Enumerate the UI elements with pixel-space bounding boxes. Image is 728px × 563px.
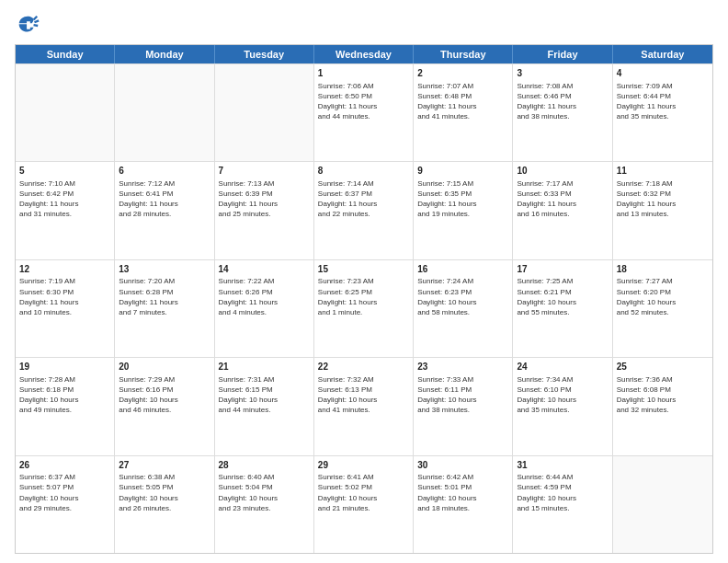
cell-info: Sunrise: 7:25 AMSunset: 6:21 PMDaylight:…	[517, 276, 608, 317]
calendar-cell	[16, 64, 115, 161]
calendar-cell: 7Sunrise: 7:13 AMSunset: 6:39 PMDaylight…	[215, 162, 314, 259]
calendar-cell: 26Sunrise: 6:37 AMSunset: 5:07 PMDayligh…	[16, 456, 115, 553]
calendar-cell: 31Sunrise: 6:44 AMSunset: 4:59 PMDayligh…	[513, 456, 612, 553]
calendar-cell: 9Sunrise: 7:15 AMSunset: 6:35 PMDaylight…	[414, 162, 513, 259]
day-number: 21	[219, 361, 310, 373]
cell-info: Sunrise: 7:13 AMSunset: 6:39 PMDaylight:…	[219, 178, 310, 220]
day-number: 20	[119, 361, 210, 373]
calendar-cell: 3Sunrise: 7:08 AMSunset: 6:46 PMDaylight…	[513, 64, 612, 161]
calendar-cell: 4Sunrise: 7:09 AMSunset: 6:44 PMDaylight…	[613, 64, 712, 161]
calendar-cell: 28Sunrise: 6:40 AMSunset: 5:04 PMDayligh…	[215, 456, 314, 553]
cell-info: Sunrise: 7:14 AMSunset: 6:37 PMDaylight:…	[318, 178, 409, 220]
cell-info: Sunrise: 7:36 AMSunset: 6:08 PMDaylight:…	[617, 374, 709, 416]
calendar-cell: 21Sunrise: 7:31 AMSunset: 6:15 PMDayligh…	[215, 358, 314, 454]
day-number: 7	[219, 165, 310, 178]
day-number: 2	[417, 67, 508, 80]
calendar-row-3: 12Sunrise: 7:19 AMSunset: 6:30 PMDayligh…	[16, 259, 712, 357]
cell-info: Sunrise: 6:40 AMSunset: 5:04 PMDaylight:…	[219, 472, 310, 513]
cell-info: Sunrise: 7:24 AMSunset: 6:23 PMDaylight:…	[417, 276, 508, 317]
cell-info: Sunrise: 7:08 AMSunset: 6:46 PMDaylight:…	[517, 81, 608, 122]
calendar-cell: 8Sunrise: 7:14 AMSunset: 6:37 PMDaylight…	[314, 162, 414, 259]
day-number: 18	[617, 263, 709, 276]
calendar-cell: 22Sunrise: 7:32 AMSunset: 6:13 PMDayligh…	[314, 358, 414, 454]
day-number: 23	[417, 361, 508, 373]
cell-info: Sunrise: 6:44 AMSunset: 4:59 PMDaylight:…	[517, 472, 608, 513]
day-number: 3	[517, 67, 608, 80]
cell-info: Sunrise: 7:07 AMSunset: 6:48 PMDaylight:…	[417, 81, 508, 122]
calendar-cell: 16Sunrise: 7:24 AMSunset: 6:23 PMDayligh…	[414, 260, 513, 357]
cell-info: Sunrise: 7:12 AMSunset: 6:41 PMDaylight:…	[119, 178, 210, 220]
day-number: 25	[617, 361, 709, 373]
calendar-body: 1Sunrise: 7:06 AMSunset: 6:50 PMDaylight…	[16, 63, 712, 553]
calendar-cell: 23Sunrise: 7:33 AMSunset: 6:11 PMDayligh…	[414, 358, 513, 454]
day-number: 27	[119, 459, 210, 472]
cell-info: Sunrise: 7:19 AMSunset: 6:30 PMDaylight:…	[19, 276, 110, 317]
day-number: 28	[219, 459, 310, 472]
calendar-row-4: 19Sunrise: 7:28 AMSunset: 6:18 PMDayligh…	[16, 357, 712, 454]
day-number: 22	[318, 361, 409, 373]
day-number: 15	[318, 263, 409, 276]
day-number: 24	[517, 361, 608, 373]
cell-info: Sunrise: 7:17 AMSunset: 6:33 PMDaylight:…	[517, 178, 608, 220]
cell-info: Sunrise: 7:29 AMSunset: 6:16 PMDaylight:…	[119, 374, 210, 416]
day-number: 10	[517, 165, 608, 178]
header-day-monday: Monday	[115, 45, 214, 63]
header-day-thursday: Thursday	[414, 45, 513, 63]
calendar-cell: 10Sunrise: 7:17 AMSunset: 6:33 PMDayligh…	[513, 162, 612, 259]
cell-info: Sunrise: 7:09 AMSunset: 6:44 PMDaylight:…	[617, 81, 709, 122]
calendar-cell: 20Sunrise: 7:29 AMSunset: 6:16 PMDayligh…	[115, 358, 214, 454]
cell-info: Sunrise: 7:33 AMSunset: 6:11 PMDaylight:…	[417, 374, 508, 416]
day-number: 4	[617, 67, 709, 80]
day-number: 16	[417, 263, 508, 276]
calendar-cell: 1Sunrise: 7:06 AMSunset: 6:50 PMDaylight…	[314, 64, 414, 161]
cell-info: Sunrise: 7:06 AMSunset: 6:50 PMDaylight:…	[318, 81, 409, 122]
cell-info: Sunrise: 6:42 AMSunset: 5:01 PMDaylight:…	[417, 472, 508, 513]
calendar-cell: 19Sunrise: 7:28 AMSunset: 6:18 PMDayligh…	[16, 358, 115, 454]
calendar-cell: 29Sunrise: 6:41 AMSunset: 5:02 PMDayligh…	[314, 456, 414, 553]
header-day-friday: Friday	[513, 45, 612, 63]
calendar-row-2: 5Sunrise: 7:10 AMSunset: 6:42 PMDaylight…	[16, 161, 712, 259]
cell-info: Sunrise: 7:31 AMSunset: 6:15 PMDaylight:…	[219, 374, 310, 416]
header-day-wednesday: Wednesday	[314, 45, 414, 63]
calendar-cell: 11Sunrise: 7:18 AMSunset: 6:32 PMDayligh…	[613, 162, 712, 259]
calendar-cell: 2Sunrise: 7:07 AMSunset: 6:48 PMDaylight…	[414, 64, 513, 161]
logo-icon	[15, 13, 40, 39]
header-day-saturday: Saturday	[613, 45, 712, 63]
cell-info: Sunrise: 7:23 AMSunset: 6:25 PMDaylight:…	[318, 276, 409, 317]
day-number: 11	[617, 165, 709, 178]
day-number: 31	[517, 459, 608, 472]
day-number: 8	[318, 165, 409, 178]
calendar-cell: 30Sunrise: 6:42 AMSunset: 5:01 PMDayligh…	[414, 456, 513, 553]
cell-info: Sunrise: 7:10 AMSunset: 6:42 PMDaylight:…	[19, 178, 110, 220]
day-number: 5	[19, 165, 110, 178]
cell-info: Sunrise: 7:32 AMSunset: 6:13 PMDaylight:…	[318, 374, 409, 416]
day-number: 29	[318, 459, 409, 472]
day-number: 1	[318, 67, 409, 80]
cell-info: Sunrise: 6:37 AMSunset: 5:07 PMDaylight:…	[19, 472, 110, 513]
day-number: 12	[19, 263, 110, 276]
calendar-cell: 6Sunrise: 7:12 AMSunset: 6:41 PMDaylight…	[115, 162, 214, 259]
cell-info: Sunrise: 7:18 AMSunset: 6:32 PMDaylight:…	[617, 178, 709, 220]
calendar-cell: 13Sunrise: 7:20 AMSunset: 6:28 PMDayligh…	[115, 260, 214, 357]
day-number: 14	[219, 263, 310, 276]
calendar-cell: 15Sunrise: 7:23 AMSunset: 6:25 PMDayligh…	[314, 260, 414, 357]
day-number: 26	[19, 459, 110, 472]
cell-info: Sunrise: 6:41 AMSunset: 5:02 PMDaylight:…	[318, 472, 409, 513]
calendar-cell: 17Sunrise: 7:25 AMSunset: 6:21 PMDayligh…	[513, 260, 612, 357]
calendar-row-5: 26Sunrise: 6:37 AMSunset: 5:07 PMDayligh…	[16, 455, 712, 553]
calendar-cell: 18Sunrise: 7:27 AMSunset: 6:20 PMDayligh…	[613, 260, 712, 357]
calendar-header: SundayMondayTuesdayWednesdayThursdayFrid…	[16, 45, 712, 63]
calendar-page: SundayMondayTuesdayWednesdayThursdayFrid…	[0, 0, 728, 563]
day-number: 13	[119, 263, 210, 276]
calendar: SundayMondayTuesdayWednesdayThursdayFrid…	[15, 44, 713, 554]
calendar-cell	[613, 456, 712, 553]
day-number: 30	[417, 459, 508, 472]
calendar-cell	[115, 64, 214, 161]
cell-info: Sunrise: 7:15 AMSunset: 6:35 PMDaylight:…	[417, 178, 508, 220]
day-number: 19	[19, 361, 110, 373]
cell-info: Sunrise: 7:34 AMSunset: 6:10 PMDaylight:…	[517, 374, 608, 416]
calendar-cell: 27Sunrise: 6:38 AMSunset: 5:05 PMDayligh…	[115, 456, 214, 553]
calendar-cell: 14Sunrise: 7:22 AMSunset: 6:26 PMDayligh…	[215, 260, 314, 357]
cell-info: Sunrise: 6:38 AMSunset: 5:05 PMDaylight:…	[119, 472, 210, 513]
calendar-cell	[215, 64, 314, 161]
